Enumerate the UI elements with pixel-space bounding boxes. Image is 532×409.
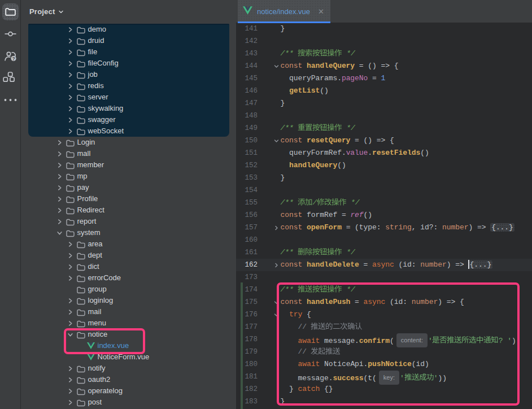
svg-text:?: ? [12, 56, 15, 62]
